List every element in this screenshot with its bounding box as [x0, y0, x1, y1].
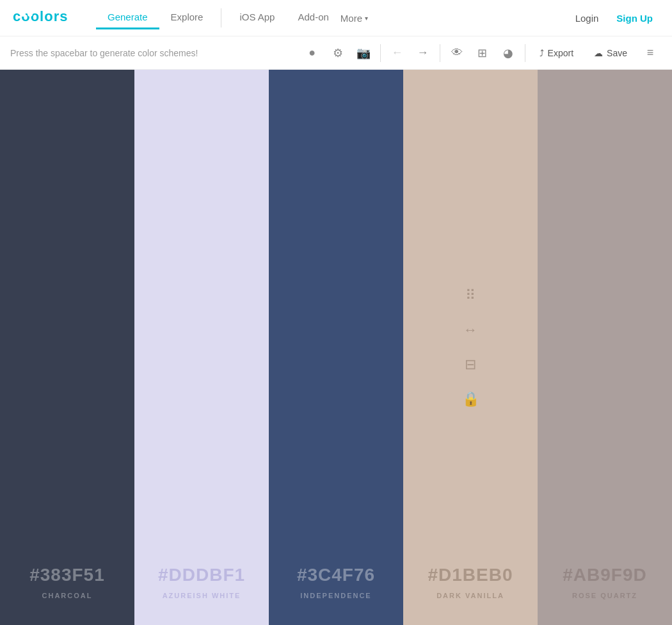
toolbar-hint: Press the spacebar to generate color sch…	[10, 48, 298, 58]
share-icon: ⤴	[540, 48, 544, 58]
color-hex-rose-quartz: #AB9F9D	[563, 565, 646, 585]
save-label: Save	[607, 48, 627, 58]
adjust-icon[interactable]: ⊟	[465, 356, 476, 373]
help-button[interactable]: ●	[301, 42, 324, 65]
color-name-azureish-white: AZUREISH WHITE	[163, 592, 241, 599]
grid-icon: ⊞	[477, 46, 487, 60]
svg-point-1	[20, 12, 26, 17]
color-hex-charcoal: #383F51	[29, 565, 105, 585]
logo-svg: coolors	[13, 6, 77, 26]
toolbar-separator-2	[440, 44, 440, 62]
circle-button[interactable]: ◕	[497, 42, 520, 65]
nav-right: Login Sign Up	[569, 9, 659, 28]
nav-more-menu[interactable]: More ▾	[340, 13, 368, 24]
toolbar: Press the spacebar to generate color sch…	[0, 36, 672, 70]
svg-text:coolors: coolors	[13, 8, 68, 24]
color-name-rose-quartz: ROSE QUARTZ	[572, 592, 637, 599]
toolbar-separator-3	[525, 44, 525, 62]
help-icon: ●	[308, 46, 316, 59]
drag-icon[interactable]: ⠿	[465, 287, 476, 304]
eye-icon: 👁	[451, 46, 463, 59]
login-button[interactable]: Login	[569, 9, 605, 28]
color-hex-independence: #3C4F76	[297, 565, 375, 585]
color-swatch-independence: #3C4F76 INDEPENDENCE	[269, 70, 403, 625]
svg-point-2	[28, 12, 33, 17]
logo[interactable]: coolors	[13, 6, 77, 30]
color-swatch-dark-vanilla: ⠿ ↔ ⊟ 🔒 #D1BEB0 DARK VANILLA	[403, 70, 538, 625]
hamburger-icon: ≡	[647, 46, 654, 59]
menu-button[interactable]: ≡	[639, 42, 662, 65]
save-button[interactable]: ☁ Save	[585, 44, 636, 63]
camera-icon: 📷	[356, 46, 371, 60]
nav-divider	[221, 8, 221, 28]
color-palette: #383F51 CHARCOAL #DDDBF1 AZUREISH WHITE …	[0, 70, 672, 625]
nav-explore[interactable]: Explore	[159, 6, 215, 29]
color-swatch-rose-quartz: #AB9F9D ROSE QUARTZ	[538, 70, 672, 625]
cloud-icon: ☁	[594, 48, 603, 58]
more-label: More	[340, 13, 362, 24]
undo-button[interactable]: ←	[386, 42, 409, 65]
signup-button[interactable]: Sign Up	[610, 9, 659, 28]
undo-icon: ←	[392, 46, 403, 59]
nav-links: Generate Explore iOS App Add-on More ▾	[96, 6, 569, 29]
settings-button[interactable]: ⚙	[326, 42, 349, 65]
lock-icon[interactable]: 🔒	[462, 391, 479, 407]
color-name-charcoal: CHARCOAL	[42, 592, 93, 599]
color-swatch-charcoal: #383F51 CHARCOAL	[0, 70, 134, 625]
nav-addon[interactable]: Add-on	[286, 6, 340, 29]
redo-button[interactable]: →	[412, 42, 435, 65]
circle-icon: ◕	[503, 46, 513, 60]
color-swatch-azureish-white: #DDDBF1 AZUREISH WHITE	[134, 70, 269, 625]
camera-button[interactable]: 📷	[352, 42, 375, 65]
grid-button[interactable]: ⊞	[471, 42, 494, 65]
toolbar-separator-1	[380, 44, 381, 62]
chevron-down-icon: ▾	[365, 15, 368, 22]
export-button[interactable]: ⤴ Export	[531, 44, 582, 63]
view-button[interactable]: 👁	[445, 42, 468, 65]
color-name-independence: INDEPENDENCE	[300, 592, 371, 599]
swatch-icons-dark-vanilla: ⠿ ↔ ⊟ 🔒	[462, 287, 479, 407]
color-hex-azureish-white: #DDDBF1	[158, 565, 245, 585]
export-label: Export	[548, 48, 573, 58]
navbar: coolors Generate Explore iOS App Add-on …	[0, 0, 672, 36]
redo-icon: →	[417, 46, 429, 59]
color-hex-dark-vanilla: #D1BEB0	[428, 565, 513, 585]
nav-ios-app[interactable]: iOS App	[228, 6, 286, 29]
nav-generate[interactable]: Generate	[96, 6, 159, 29]
move-icon[interactable]: ↔	[463, 322, 477, 338]
gear-icon: ⚙	[333, 46, 343, 60]
color-name-dark-vanilla: DARK VANILLA	[436, 592, 504, 599]
